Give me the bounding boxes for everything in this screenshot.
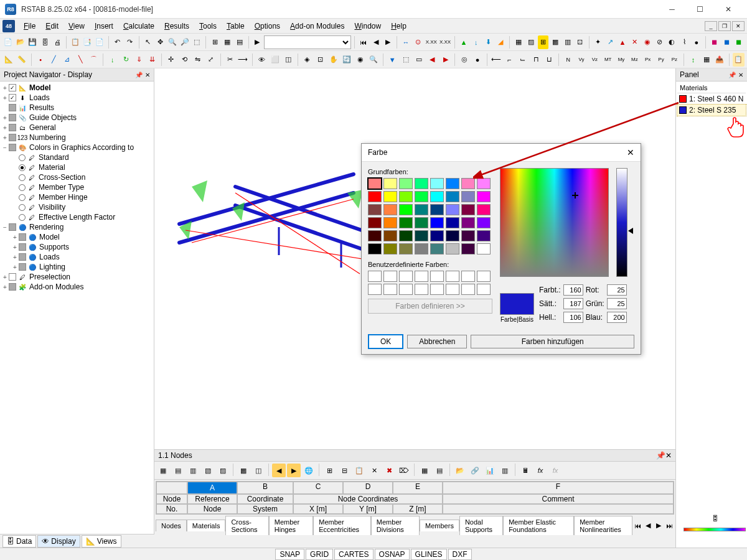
basic-color-cell[interactable]	[415, 178, 428, 189]
window-icon[interactable]: ⊞	[209, 35, 220, 49]
basic-color-cell[interactable]	[415, 230, 428, 241]
panel-icon[interactable]: 📋	[733, 53, 745, 67]
tb2-1[interactable]: 📐	[2, 53, 14, 67]
basic-color-cell[interactable]	[477, 217, 491, 228]
basic-color-cell[interactable]	[446, 178, 459, 189]
tbl-btn-9[interactable]: ▶	[287, 464, 301, 477]
table-tab-members[interactable]: Members	[420, 520, 459, 531]
tree-item-numbering[interactable]: +123Numbering	[1, 133, 153, 142]
table-tab-nodal-supports[interactable]: Nodal Supports	[459, 516, 503, 535]
sel-win-icon[interactable]: ▭	[413, 53, 425, 67]
basic-color-cell[interactable]	[430, 178, 444, 189]
filter-icon[interactable]: ▼	[387, 53, 398, 67]
mt-icon[interactable]: MT	[602, 53, 614, 67]
iso-icon[interactable]: ◈	[301, 53, 313, 67]
table-close-icon[interactable]: ✕	[665, 451, 672, 460]
basic-color-cell[interactable]	[477, 204, 491, 215]
palette-config-icon[interactable]: 🎛	[708, 511, 721, 525]
tbl-fx2-icon[interactable]: fx	[548, 464, 562, 477]
tbl-btn-12[interactable]: ⊟	[337, 464, 351, 477]
basic-color-cell[interactable]	[415, 243, 428, 254]
green-input[interactable]	[607, 298, 627, 309]
custom-color-cell[interactable]	[430, 284, 444, 295]
basic-color-cell[interactable]	[430, 191, 444, 202]
menu-tools[interactable]: Tools	[194, 21, 222, 32]
r2[interactable]: ⌐	[504, 53, 515, 67]
line-load-icon[interactable]: ⬇	[483, 35, 494, 49]
mz-icon[interactable]: Mz	[629, 53, 641, 67]
member-tool-icon[interactable]: ╱	[48, 53, 60, 67]
basic-color-cell[interactable]	[461, 230, 475, 241]
menu-help[interactable]: Help	[386, 21, 411, 32]
basic-color-cell[interactable]	[430, 230, 444, 241]
tree-item-model[interactable]: +📐Model	[1, 83, 153, 93]
menu-options[interactable]: Options	[250, 21, 285, 32]
material-item[interactable]: 1: Steel S 460 N	[677, 93, 746, 105]
basic-color-cell[interactable]	[461, 204, 475, 215]
tbl-btn-8[interactable]: ◀	[272, 464, 286, 477]
custom-color-cell[interactable]	[383, 271, 397, 282]
mdi-minimize-button[interactable]: _	[705, 21, 717, 31]
tree-item-results[interactable]: 📊Results	[1, 103, 153, 113]
undo-icon[interactable]: ↶	[112, 35, 123, 49]
lum-input[interactable]	[563, 312, 583, 323]
local-icon[interactable]: ↗	[604, 35, 616, 49]
custom-color-cell[interactable]	[446, 271, 459, 282]
tbl-btn-22[interactable]: ▥	[498, 464, 512, 477]
basic-color-cell[interactable]	[446, 217, 459, 228]
redo-icon[interactable]: ↷	[125, 35, 136, 49]
front-view-icon[interactable]: ◫	[283, 53, 294, 67]
grid4-icon[interactable]: ▩	[550, 35, 561, 49]
basic-color-cell[interactable]	[383, 204, 397, 215]
grid2-icon[interactable]: ▨	[525, 35, 537, 49]
menu-window[interactable]: Window	[349, 21, 386, 32]
area-load-icon[interactable]: ◢	[495, 35, 506, 49]
tbl-btn-20[interactable]: 🔗	[468, 464, 482, 477]
tree-item-supports[interactable]: +🔵Supports	[1, 242, 153, 252]
find-icon[interactable]: 🔍	[167, 35, 178, 49]
prev-icon[interactable]: ◀	[370, 35, 382, 49]
line-tool-icon[interactable]: ╲	[75, 53, 87, 67]
custom-color-cell[interactable]	[368, 284, 382, 295]
axis-icon[interactable]: ✦	[593, 35, 604, 49]
tree-item-lighting[interactable]: +🔵Lighting	[1, 262, 153, 272]
table-pin-icon[interactable]: 📌	[656, 451, 665, 460]
scale-tool-icon[interactable]: ⤢	[205, 53, 217, 67]
color-gradient-picker[interactable]	[500, 168, 609, 277]
zoom-rect-icon[interactable]: ⬚	[192, 35, 203, 49]
zoom-icon[interactable]: 🔎	[179, 35, 190, 49]
loadcase-select[interactable]	[264, 35, 351, 49]
moment-icon[interactable]: ↻	[120, 53, 131, 67]
pz-icon[interactable]: Pz	[669, 53, 680, 67]
tbl-btn-6[interactable]: ▩	[237, 464, 250, 477]
tab-scroll-next[interactable]: ▶	[654, 521, 664, 531]
support-tool-icon[interactable]: ⊿	[61, 53, 73, 67]
dim-icon[interactable]: ↔	[400, 35, 411, 49]
nav-tab-data[interactable]: 🗄Data	[2, 535, 36, 548]
basic-color-cell[interactable]	[368, 217, 382, 228]
ok-button[interactable]: OK	[368, 334, 403, 349]
menu-edit[interactable]: Edit	[40, 21, 63, 32]
tree-item-member-hinge[interactable]: 🖊Member Hinge	[1, 192, 153, 202]
tree-item-loads[interactable]: +🔵Loads	[1, 252, 153, 262]
arc-tool-icon[interactable]: ⌒	[88, 53, 100, 67]
custom-color-cell[interactable]	[477, 284, 491, 295]
basic-color-cell[interactable]	[399, 217, 413, 228]
basic-color-cell[interactable]	[383, 243, 397, 254]
tbl-btn-5[interactable]: ▨	[216, 464, 230, 477]
hide-icon[interactable]: ●	[471, 53, 483, 67]
release-icon[interactable]: ⊘	[654, 35, 665, 49]
menu-calculate[interactable]: Calculate	[118, 21, 159, 32]
r3[interactable]: ⌙	[517, 53, 529, 67]
vy-icon[interactable]: Vy	[575, 53, 587, 67]
custom-color-cell[interactable]	[368, 271, 382, 282]
tbl-btn-3[interactable]: ▥	[186, 464, 200, 477]
status-glines[interactable]: GLINES	[411, 549, 447, 560]
mdi-restore-button[interactable]: ❐	[718, 21, 731, 31]
tree-item-general[interactable]: +🗂General	[1, 123, 153, 133]
mass-icon[interactable]: ●	[691, 35, 702, 49]
sel-all-icon[interactable]: ⬚	[400, 53, 411, 67]
table-tab-cross-sections[interactable]: Cross-Sections	[225, 516, 268, 535]
define-colors-button[interactable]: Farben definieren >>	[368, 299, 492, 314]
basic-color-cell[interactable]	[368, 243, 382, 254]
